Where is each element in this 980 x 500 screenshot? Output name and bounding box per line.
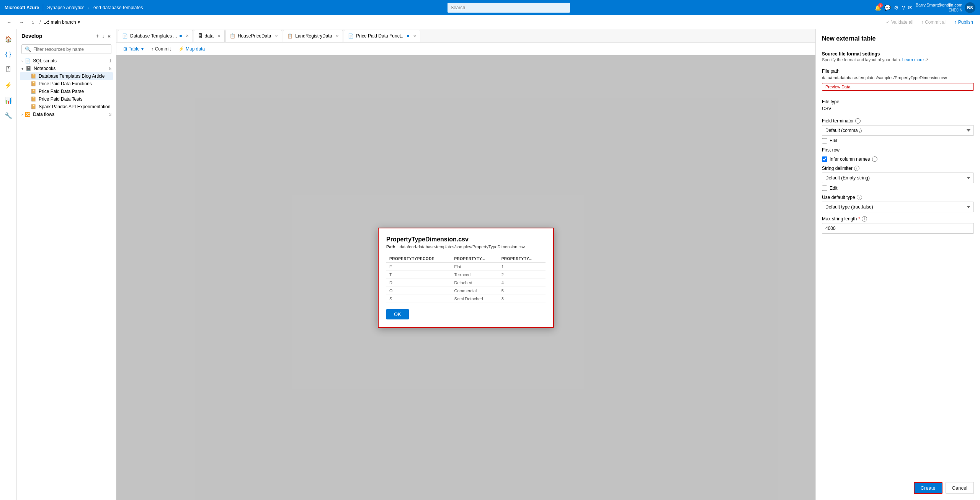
settings-icon[interactable]: ⚙ (894, 5, 899, 11)
tab-bar: 📄 Database Templates ... ✕ 🗄 data ✕ 📋 Ho… (116, 29, 815, 43)
tree-spark-pandas[interactable]: 📔 Spark Pandas API Experimentation (20, 103, 113, 111)
max-string-required: * (858, 216, 860, 221)
field-terminator-select[interactable]: Default (comma ,) (822, 125, 974, 136)
tab-db-close[interactable]: ✕ (186, 34, 189, 38)
search-bar (147, 3, 871, 13)
feedback-icon[interactable]: 💬 (884, 5, 891, 11)
commit-button[interactable]: ↑ Commit (149, 46, 173, 52)
table-icon: ⊞ (123, 46, 127, 52)
string-delimiter-label: String delimiter i (822, 166, 974, 171)
tab-pp-label: Price Paid Data Funct... (356, 33, 405, 39)
string-delimiter-info[interactable]: i (854, 166, 859, 171)
cell: S (386, 295, 451, 303)
add-resource-button[interactable]: + (95, 32, 100, 40)
chat-icon[interactable]: ✉ (908, 5, 913, 11)
collapse-panel-button[interactable]: « (107, 32, 111, 40)
filter-search-box[interactable]: 🔍 (21, 44, 111, 54)
file-type-label: File type (822, 99, 974, 104)
forward-button[interactable]: → (17, 19, 26, 26)
tab-pp-dot (407, 35, 409, 37)
infer-col-info[interactable]: i (872, 156, 877, 162)
table-button[interactable]: ⊞ Table ▾ (121, 46, 146, 52)
learn-more-link[interactable]: Learn more (902, 57, 924, 62)
tree-sql-scripts[interactable]: › 📄 SQL scripts 1 (20, 57, 113, 65)
use-default-type-select[interactable]: Default type (true,false) (822, 202, 974, 212)
back-button[interactable]: ← (5, 19, 14, 26)
edit-checkbox-1[interactable] (822, 138, 827, 143)
nav-data-icon[interactable]: 🗄 (2, 63, 15, 77)
create-button[interactable]: Create (914, 482, 942, 494)
workspace-name: end-database-templates (93, 5, 143, 10)
tab-house-close[interactable]: ✕ (275, 34, 278, 38)
filter-input[interactable] (33, 47, 108, 52)
cell: T (386, 270, 451, 279)
tab-price-paid[interactable]: 📄 Price Paid Data Funct... ✕ (344, 30, 420, 42)
help-icon[interactable]: ? (902, 5, 905, 11)
import-button[interactable]: ↓ (101, 32, 105, 40)
validate-all-button[interactable]: ✓ Validate all (884, 19, 916, 26)
develop-actions: + ↓ « (95, 32, 111, 40)
map-data-button[interactable]: ⚡ Map data (176, 46, 207, 52)
cell: D (386, 279, 451, 287)
col-header-2: PROPERTYTY... (451, 255, 498, 263)
tree-db-templates-blog[interactable]: 📔 Database Templates Blog Article (20, 72, 113, 80)
tree-price-paid-parse[interactable]: 📔 Price Paid Data Parse (20, 88, 113, 95)
edit-label-1: Edit (830, 138, 838, 143)
table-row: D Detached 4 (386, 279, 546, 287)
max-string-input[interactable] (822, 223, 974, 234)
tab-house-price[interactable]: 📋 HousePriceData ✕ (225, 30, 282, 42)
commit-all-button[interactable]: ↑ Commit all (919, 19, 949, 26)
app-container: Microsoft Azure Synapse Analytics › end-… (0, 0, 980, 500)
cell: 1 (498, 262, 546, 270)
ok-button[interactable]: OK (386, 309, 409, 319)
notifications-icon[interactable]: 🔔 1 (875, 5, 881, 11)
tab-house-icon: 📋 (230, 33, 235, 39)
use-default-type-info[interactable]: i (857, 195, 862, 200)
tree-data-flows[interactable]: › 🔀 Data flows 3 (20, 111, 113, 118)
home-breadcrumb[interactable]: ⌂ (29, 19, 36, 26)
infer-col-names-checkbox[interactable] (822, 156, 827, 162)
nav-manage-icon[interactable]: 🔧 (2, 109, 15, 122)
cancel-button[interactable]: Cancel (946, 482, 974, 494)
top-nav-right: 🔔 1 💬 ⚙ ? ✉ Barry.Smart@endjin.com ENDJI… (875, 2, 975, 13)
tab-land-registry[interactable]: 📋 LandRegistryData ✕ (283, 30, 343, 42)
max-string-label: Max string length * i (822, 216, 974, 221)
tree-price-paid-functions[interactable]: 📔 Price Paid Data Functions (20, 80, 113, 88)
user-avatar[interactable]: BS (965, 2, 975, 13)
right-panel: New external table Source file format se… (815, 29, 980, 500)
tab-pp-close[interactable]: ✕ (413, 34, 416, 38)
max-string-info[interactable]: i (862, 216, 867, 221)
ms-azure-logo: Microsoft Azure (5, 5, 39, 10)
tab-data-close[interactable]: ✕ (217, 34, 220, 38)
nav-develop-icon[interactable]: { } (2, 47, 15, 61)
sub-toolbar: ⊞ Table ▾ ↑ Commit ⚡ Map data (116, 43, 815, 55)
file-type-value: CSV (822, 106, 974, 111)
tree-price-paid-tests[interactable]: 📔 Price Paid Data Tests (20, 95, 113, 103)
develop-panel: Develop + ↓ « 🔍 › 📄 SQL scripts 1 (17, 29, 116, 500)
develop-title: Develop (21, 33, 42, 39)
tab-land-close[interactable]: ✕ (336, 34, 339, 38)
nav-monitor-icon[interactable]: 📊 (2, 93, 15, 107)
tab-db-dot (180, 35, 182, 37)
modal-title: PropertyTypeDimension.csv (386, 236, 546, 243)
table-chevron: ▾ (141, 46, 144, 52)
commit-icon: ↑ (921, 20, 923, 25)
edit-checkbox-1-row: Edit (822, 138, 974, 143)
nav-integrate-icon[interactable]: ⚡ (2, 78, 15, 92)
tab-database-templates[interactable]: 📄 Database Templates ... ✕ (118, 30, 193, 42)
tab-data-icon: 🗄 (198, 33, 203, 39)
string-delimiter-select[interactable]: Default (Empty string) (822, 173, 974, 183)
tab-data[interactable]: 🗄 data ✕ (194, 30, 225, 42)
publish-button[interactable]: ↑ Publish (952, 19, 975, 26)
edit-checkbox-2[interactable] (822, 186, 827, 191)
breadcrumb-arrow: › (88, 6, 90, 10)
search-input[interactable] (448, 3, 570, 13)
field-terminator-info[interactable]: i (855, 118, 861, 124)
nav-home-icon[interactable]: 🏠 (2, 32, 15, 46)
tree-notebooks[interactable]: ▾ 📓 Notebooks 5 (20, 65, 113, 72)
notebook-icon: 📔 (31, 73, 36, 79)
preview-data-button[interactable]: Preview Data (822, 83, 974, 91)
notification-badge: 1 (878, 3, 883, 8)
table-row: O Commercial 5 (386, 287, 546, 295)
branch-display[interactable]: ⎇ main branch ▾ (44, 20, 80, 25)
